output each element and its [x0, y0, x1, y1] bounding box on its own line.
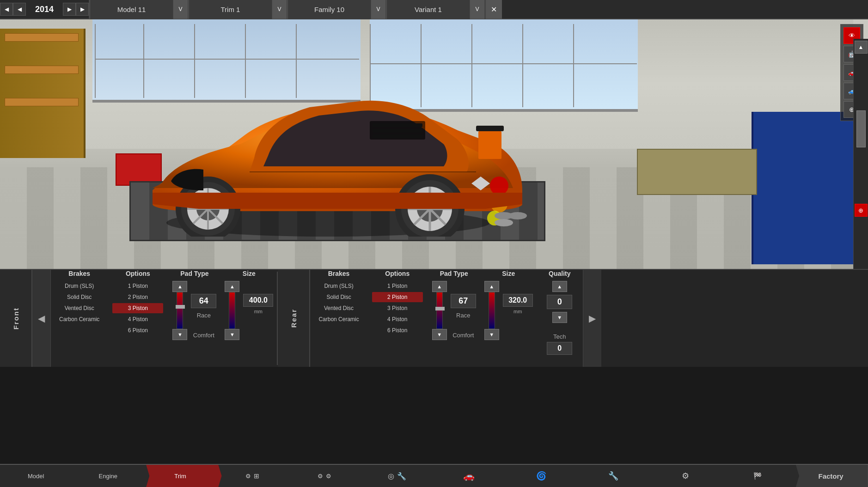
rear-pad-thumb [435, 307, 445, 310]
nav-engine[interactable]: Engine [72, 465, 144, 487]
nav-back2-btn[interactable]: ◀ [13, 3, 26, 16]
model-v-btn[interactable]: V [173, 0, 188, 19]
front-brake-drum[interactable]: Drum (SLS) [55, 281, 103, 291]
quality-down-btn[interactable]: ▼ [552, 312, 567, 323]
nav-icon-2[interactable]: ⚙ ⚙ [289, 465, 361, 487]
front-opt-4[interactable]: 4 Piston [112, 314, 163, 324]
tech-value: 0 [547, 342, 572, 355]
rear-pad-slider[interactable] [436, 292, 443, 329]
trim-v-btn[interactable]: V [272, 0, 287, 19]
tech-label: Tech [547, 333, 572, 340]
nav-trim[interactable]: Trim [144, 465, 216, 487]
svg-rect-27 [373, 129, 422, 133]
nav-icon-5[interactable]: 🌀 [505, 465, 577, 487]
rear-pad-bot-label: Comfort [452, 332, 474, 339]
rear-options-list: 1 Piston 2 Piston 3 Piston 4 Piston 6 Pi… [372, 281, 423, 335]
front-size2-slider[interactable] [229, 292, 235, 329]
close-btn[interactable]: ✕ [485, 0, 502, 19]
front-brake-carbon[interactable]: Carbon Ceramic [55, 314, 103, 324]
front-tab[interactable]: Front [0, 270, 32, 367]
front-brake-vented[interactable]: Vented Disc [55, 303, 103, 313]
front-pad-slider[interactable] [177, 292, 183, 329]
nav-model[interactable]: Model [0, 465, 72, 487]
rear-arrow-right[interactable]: ▶ [583, 270, 601, 367]
quality-up-btn[interactable]: ▲ [552, 281, 567, 292]
rear-size2-slider[interactable] [489, 292, 495, 329]
tech-section: Tech 0 [547, 333, 572, 355]
front-size-down-btn[interactable]: ▼ [172, 329, 187, 340]
rear-size2-unit: mm [513, 309, 522, 314]
rear-brake-vented[interactable]: Vented Disc [315, 303, 362, 313]
engine-nav-label: Engine [99, 473, 117, 480]
garage-background: 👁 🤖 🚗 🚙 ⊕ [0, 19, 868, 269]
rear-brake-drum[interactable]: Drum (SLS) [315, 281, 362, 291]
rear-brake-solid[interactable]: Solid Disc [315, 292, 362, 302]
nav-icon-4[interactable]: 🚗 [433, 465, 505, 487]
rear-pad-type-col: Pad Type ▲ ▼ 67 Race Comfort [428, 270, 481, 367]
front-size2-down-btn[interactable]: ▼ [225, 329, 239, 340]
nav-back-btn[interactable]: ◀ [0, 3, 13, 16]
svg-point-3 [490, 177, 508, 195]
nav-icon-7[interactable]: ⚙ [650, 465, 722, 487]
rear-options-header: Options [385, 270, 410, 277]
nav-icon-6[interactable]: 🔧 [578, 465, 650, 487]
blue-wall-right [752, 112, 853, 264]
quality-header: Quality [549, 270, 570, 277]
rear-size-up-btn[interactable]: ▲ [432, 281, 447, 292]
scroll-up-btn[interactable]: ▲ [855, 41, 868, 54]
rear-size-col: Size ▲ ▼ 320.0 mm [481, 270, 537, 367]
rear-opt-1[interactable]: 1 Piston [372, 281, 423, 291]
front-opt-2[interactable]: 2 Piston [112, 292, 163, 302]
nav-icon-3b-display: 🔧 [397, 472, 406, 481]
family-v-btn[interactable]: V [371, 0, 385, 19]
view-mode-btn[interactable]: ⊕ [855, 204, 868, 217]
front-pad-header: Pad Type [180, 270, 208, 277]
nav-factory[interactable]: Factory [794, 465, 868, 487]
nav-forward2-btn[interactable]: ▶ [76, 3, 89, 16]
nav-icon-1b-display: ⊞ [254, 472, 259, 480]
front-brake-solid[interactable]: Solid Disc [55, 292, 103, 302]
scroll-thumb[interactable] [856, 110, 866, 147]
rear-tab-label: Rear [290, 309, 298, 328]
rear-brake-list: Drum (SLS) Solid Disc Vented Disc Carbon… [315, 281, 362, 324]
nav-forward-btn[interactable]: ▶ [63, 3, 76, 16]
top-bar: ◀ ◀ 2014 ▶ ▶ Model 11 V Trim 1 V Family … [0, 0, 868, 19]
rear-opt-4[interactable]: 4 Piston [372, 314, 423, 324]
nav-icon-8[interactable]: 🏁 [722, 465, 794, 487]
year-display: 2014 [26, 5, 63, 14]
front-options-header: Options [126, 270, 150, 277]
front-arrow-left[interactable]: ◀ [32, 270, 51, 367]
front-size-up-btn[interactable]: ▲ [172, 281, 187, 292]
rear-brake-carbon[interactable]: Carbon Ceramic [315, 314, 362, 324]
front-size2-up-btn[interactable]: ▲ [225, 281, 239, 292]
nav-icon-3[interactable]: ◎ 🔧 [361, 465, 433, 487]
rear-tab[interactable]: Rear [278, 270, 310, 367]
rear-size-value: 67 [451, 294, 476, 308]
garage-viewport[interactable]: 👁 🤖 🚗 🚙 ⊕ ▲ ⊕ ▼ [0, 19, 868, 269]
front-pad-bot-label: Comfort [193, 332, 214, 339]
variant-v-btn[interactable]: V [470, 0, 484, 19]
svg-rect-26 [373, 123, 422, 127]
rear-opt-6[interactable]: 6 Piston [372, 325, 423, 335]
front-size-col: Size ▲ ▼ 400.0 mm [221, 270, 277, 367]
svg-rect-2 [478, 131, 501, 159]
front-opt-1[interactable]: 1 Piston [112, 281, 163, 291]
nav-icon-6-display: 🔧 [608, 471, 618, 481]
front-opt-3[interactable]: 3 Piston [112, 303, 163, 313]
front-opt-6[interactable]: 6 Piston [112, 325, 163, 335]
nav-icon-1[interactable]: ⚙ ⊞ [217, 465, 289, 487]
front-pad-thumb [176, 305, 185, 309]
rear-opt-2[interactable]: 2 Piston [372, 292, 423, 302]
car-display[interactable] [116, 52, 559, 246]
rear-size2-up-btn[interactable]: ▲ [484, 281, 499, 292]
rear-size-down-btn[interactable]: ▼ [432, 329, 447, 340]
rear-opt-3[interactable]: 3 Piston [372, 303, 423, 313]
bottom-panel: Front ◀ Brakes Drum (SLS) Solid Disc Ven… [0, 269, 868, 367]
window-frame-r5 [573, 24, 574, 107]
nav-icon-1-display: ⚙ [245, 473, 251, 480]
nav-icon-7-display: ⚙ [682, 471, 689, 481]
rear-size2-down-btn[interactable]: ▼ [484, 329, 499, 340]
window-frame-1 [95, 24, 96, 98]
quality-col: Quality ▲ 0 ▼ Tech 0 [537, 270, 583, 367]
shelf-left [0, 29, 86, 158]
